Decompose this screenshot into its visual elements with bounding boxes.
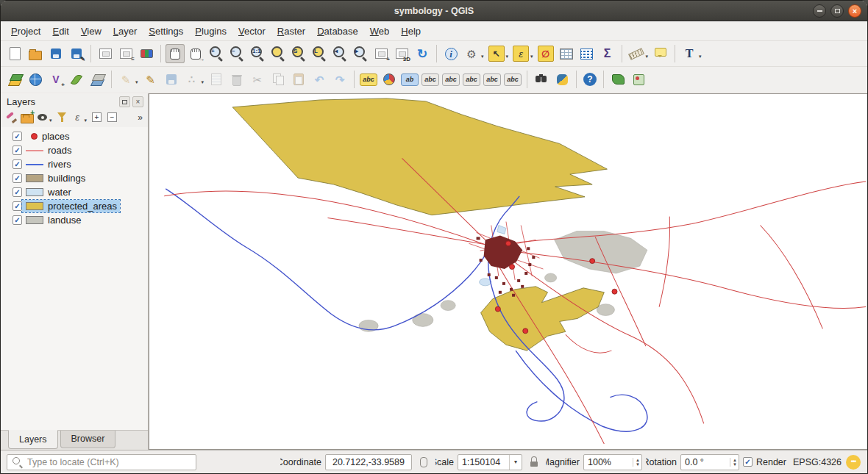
filter-legend-icon[interactable] [54, 109, 70, 125]
vertex-tool-dropdown-icon[interactable]: ▾ [202, 79, 204, 85]
add-group-icon[interactable]: + [19, 109, 35, 125]
deselect-features-icon[interactable]: ∅ [538, 46, 554, 62]
redo-icon[interactable]: ↷ [330, 70, 349, 89]
run-feature-action-dropdown-icon[interactable]: ▾ [481, 54, 484, 60]
add-wms-layer-icon[interactable] [26, 70, 45, 89]
manage-map-themes-icon[interactable] [35, 109, 50, 125]
close-icon[interactable]: × [848, 4, 861, 18]
minimize-icon[interactable] [813, 4, 826, 18]
new-project-icon[interactable] [5, 44, 24, 63]
filter-legend-by-expression-icon[interactable]: ε [70, 109, 85, 125]
help-contents-icon[interactable]: ? [583, 73, 597, 86]
select-features-dropdown-icon[interactable]: ▾ [506, 54, 509, 60]
protected-areas-checkbox[interactable]: ✓ [13, 201, 22, 211]
zoom-native-icon[interactable]: 1:1 [248, 44, 267, 63]
rotation-spin-buttons[interactable]: ▲ ▼ [730, 458, 737, 467]
magnifier-spinbox[interactable]: 100% ▲ ▼ [583, 454, 642, 470]
new-shapefile-layer-icon[interactable]: V+ [46, 70, 65, 89]
menu-database[interactable]: Database [311, 23, 364, 40]
identify-features-icon[interactable]: i [441, 44, 460, 63]
buildings-checkbox[interactable]: ✓ [13, 173, 22, 183]
open-layer-styling-icon[interactable] [4, 109, 19, 125]
modify-attributes-icon[interactable] [207, 70, 226, 89]
rotation-spinbox[interactable]: 0.0 ° ▲ ▼ [680, 454, 739, 470]
zoom-in-icon[interactable]: + [207, 44, 226, 63]
osm-tools-icon[interactable] [629, 70, 648, 89]
crs-status[interactable]: EPSG:4326 [793, 457, 842, 467]
coordinate-field[interactable]: 20.7122,-33.9589 [325, 454, 412, 470]
pan-map-to-selection-icon[interactable]: → [186, 44, 205, 63]
open-field-calculator-icon[interactable] [577, 44, 597, 63]
toolbar-overflow-icon[interactable]: » [135, 112, 145, 123]
lock-scale-icon[interactable] [527, 455, 541, 470]
magnifier-spin-buttons[interactable]: ▲ ▼ [633, 458, 640, 467]
locate-input[interactable] [26, 456, 193, 468]
delete-selected-icon[interactable] [227, 70, 246, 89]
layer-diagram-options-icon[interactable] [380, 70, 399, 89]
open-project-icon[interactable] [26, 44, 45, 63]
menu-layer[interactable]: Layer [107, 23, 143, 40]
layer-row-water[interactable]: ✓ water [1, 185, 148, 199]
scale-dropdown-icon[interactable]: ▾ [509, 455, 522, 470]
measure-line-dropdown-icon[interactable]: ▾ [646, 54, 649, 60]
zoom-out-icon[interactable]: − [227, 44, 246, 63]
run-feature-action-icon[interactable]: ⚙ [462, 44, 481, 63]
titlebar[interactable]: symbology - QGIS × [1, 1, 867, 21]
menu-view[interactable]: View [75, 23, 107, 40]
move-label-icon[interactable]: abc [463, 73, 480, 86]
pin-unpin-labels-icon[interactable]: abc [421, 73, 439, 86]
select-features-by-value-icon[interactable]: ε [513, 46, 529, 62]
layer-labeling-options-icon[interactable]: abc [360, 73, 377, 86]
menu-vector[interactable]: Vector [232, 23, 271, 40]
show-layout-manager-icon[interactable]: ≡ [116, 44, 135, 63]
copy-features-icon[interactable] [268, 70, 288, 89]
menu-plugins[interactable]: Plugins [189, 23, 232, 40]
rotate-label-icon[interactable]: abc [483, 73, 501, 86]
select-features-icon[interactable]: ↖ [488, 46, 505, 62]
float-panel-icon[interactable] [119, 96, 130, 107]
text-annotation-icon[interactable]: T [680, 44, 699, 63]
select-features-by-value-dropdown-icon[interactable]: ▾ [530, 54, 533, 60]
save-project-as-icon[interactable]: ✎ [67, 44, 86, 63]
paste-features-icon[interactable] [289, 70, 308, 89]
scale-combo[interactable]: 1:150104 ▾ [458, 454, 522, 470]
zoom-to-selection-icon[interactable]: S [289, 44, 308, 63]
close-panel-icon[interactable]: × [132, 96, 143, 107]
layer-row-roads[interactable]: ✓ roads [1, 143, 148, 157]
roads-checkbox[interactable]: ✓ [13, 146, 22, 155]
layer-row-landuse[interactable]: ✓ landuse [1, 213, 148, 227]
layer-row-protected-areas[interactable]: ✓ protected_areas [1, 199, 148, 213]
refresh-icon[interactable]: ↻ [413, 44, 432, 63]
change-label-icon[interactable]: abc [504, 73, 522, 86]
render-checkbox[interactable]: ✓ [743, 457, 753, 467]
text-annotation-dropdown-icon[interactable]: ▾ [699, 54, 702, 60]
tab-browser[interactable]: Browser [60, 431, 116, 448]
new-geopackage-layer-icon[interactable] [67, 70, 86, 89]
messages-icon[interactable]: ••• [846, 455, 861, 470]
landuse-checkbox[interactable]: ✓ [13, 215, 22, 225]
collapse-all-icon[interactable]: − [104, 109, 120, 125]
zoom-next-icon[interactable]: ▸ [351, 44, 370, 63]
layer-row-rivers[interactable]: ✓ rivers [1, 157, 148, 171]
menu-web[interactable]: Web [364, 23, 396, 40]
places-checkbox[interactable]: ✓ [13, 132, 22, 141]
data-source-manager-icon[interactable] [5, 70, 24, 89]
rivers-checkbox[interactable]: ✓ [13, 159, 22, 169]
menu-settings[interactable]: Settings [143, 23, 189, 40]
menu-help[interactable]: Help [395, 23, 427, 40]
cut-features-icon[interactable]: ✂ [248, 70, 267, 89]
current-edits-dropdown-icon[interactable]: ▾ [135, 79, 138, 85]
current-edits-icon[interactable]: ✎ [116, 70, 135, 89]
zoom-to-layer-icon[interactable]: L [310, 44, 329, 63]
map-canvas[interactable] [149, 93, 867, 450]
vertex-tool-icon[interactable]: ∴ [182, 70, 202, 89]
water-checkbox[interactable]: ✓ [13, 187, 22, 197]
save-project-icon[interactable] [46, 44, 65, 63]
pan-map-icon[interactable] [166, 44, 185, 63]
style-manager-icon[interactable] [137, 44, 156, 63]
zoom-full-icon[interactable] [268, 44, 288, 63]
open-attribute-table-icon[interactable] [557, 44, 576, 63]
measure-line-icon[interactable] [627, 44, 646, 63]
extents-toggle-icon[interactable] [416, 455, 431, 470]
layer-row-buildings[interactable]: ✓ buildings [1, 171, 148, 185]
